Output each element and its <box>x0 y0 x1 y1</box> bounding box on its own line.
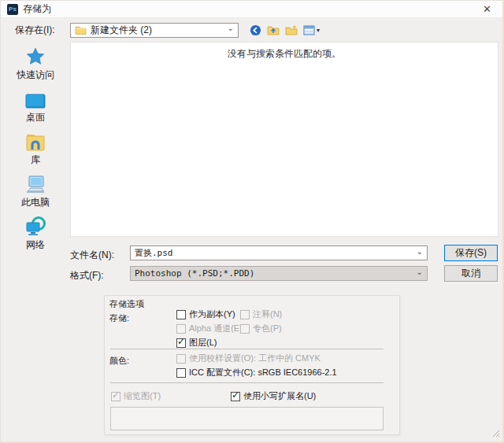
sidebar-item-this-pc[interactable]: 此电脑 <box>4 174 67 209</box>
checkbox-icc-profile[interactable]: ICC 配置文件(C): sRGB IEC61966-2.1 <box>176 367 337 378</box>
checkbox-lowercase-extension[interactable]: ✓ 使用小写扩展名(U) <box>231 390 316 402</box>
checkbox-box <box>176 324 186 334</box>
checkbox-box <box>176 368 186 378</box>
new-folder-icon[interactable] <box>285 24 298 35</box>
checkbox-box <box>240 310 250 319</box>
library-icon <box>25 131 46 152</box>
back-icon[interactable] <box>250 24 261 36</box>
checkbox-label: 使用校样设置(O): 工作中的 CMYK <box>189 353 321 364</box>
empty-search-message: 没有与搜索条件匹配的项。 <box>71 42 498 61</box>
cancel-button[interactable]: 取消 <box>444 265 498 282</box>
checkbox-label: 注释(N) <box>253 308 282 320</box>
address-row: 保存在(I): 新建文件夹 (2) ⌄ ▾ <box>1 21 502 39</box>
sidebar-item-desktop[interactable]: 桌面 <box>4 89 67 124</box>
places-sidebar: 快速访问 桌面 库 此电脑 网络 <box>1 42 70 238</box>
filename-label: 文件名(N): <box>70 249 114 262</box>
sidebar-item-label: 此电脑 <box>21 196 50 209</box>
save-in-label: 保存在(I): <box>15 24 70 37</box>
checkbox-box: ✓ <box>176 338 186 348</box>
checkbox-label: ICC 配置文件(C): sRGB IEC61966-2.1 <box>189 367 337 378</box>
resize-grip[interactable] <box>492 429 500 440</box>
checkbox-thumbnail: ✓ 缩览图(T) <box>111 390 161 402</box>
save-options-panel: 存储选项 存储: 作为副本(Y) 注释(N) Alpha 通道(E) 专色(P)… <box>104 295 400 435</box>
chevron-down-icon: ⌄ <box>228 24 234 32</box>
window-title: 存储为 <box>23 2 51 16</box>
sidebar-item-label: 快速访问 <box>17 68 54 82</box>
chevron-down-icon: ⌄ <box>417 248 423 256</box>
checkbox-box <box>176 310 186 319</box>
checkbox-label: 专色(P) <box>253 323 282 334</box>
titlebar: Ps 存储为 ✕ <box>1 1 502 18</box>
checkbox-label: 作为副本(Y) <box>189 308 235 320</box>
checkbox-alpha-channels: Alpha 通道(E) <box>176 323 243 334</box>
save-button[interactable]: 保存(S) <box>444 245 498 261</box>
view-menu-icon[interactable]: ▾ <box>303 25 320 35</box>
save-group-label: 存储: <box>109 312 129 324</box>
up-one-level-icon[interactable] <box>267 24 280 35</box>
chevron-down-icon: ⌄ <box>417 268 423 276</box>
sidebar-item-libraries[interactable]: 库 <box>4 131 67 167</box>
network-icon <box>24 216 46 237</box>
desktop-icon <box>25 89 46 109</box>
save-as-dialog: Ps 存储为 ✕ 保存在(I): 新建文件夹 (2) ⌄ ▾ <box>0 0 504 443</box>
close-icon[interactable]: ✕ <box>478 2 496 17</box>
check-icon: ✓ <box>112 390 120 400</box>
save-in-combobox[interactable]: 新建文件夹 (2) ⌄ <box>70 23 239 38</box>
photoshop-app-icon: Ps <box>7 4 18 15</box>
format-label: 格式(F): <box>70 269 104 282</box>
save-options-title: 存储选项 <box>109 298 144 310</box>
sidebar-item-network[interactable]: 网络 <box>4 216 67 252</box>
checkbox-layers[interactable]: ✓ 图层(L) <box>176 337 217 349</box>
checkbox-as-copy[interactable]: 作为副本(Y) <box>176 308 235 320</box>
save-in-value: 新建文件夹 (2) <box>91 24 224 37</box>
check-icon: ✓ <box>177 337 185 346</box>
sidebar-item-label: 桌面 <box>26 111 45 124</box>
checkbox-use-proof-setup: 使用校样设置(O): 工作中的 CMYK <box>176 353 321 364</box>
checkbox-box: ✓ <box>231 392 240 401</box>
filename-value: 置换.psd <box>135 247 413 259</box>
computer-icon <box>24 174 46 194</box>
color-group-label: 颜色: <box>109 355 129 367</box>
sidebar-item-label: 网络 <box>26 238 45 252</box>
caret-down-icon: ▾ <box>317 27 320 34</box>
sidebar-item-label: 库 <box>31 153 40 167</box>
format-select[interactable]: Photoshop (*.PSD;*.PDD) ⌄ <box>130 266 428 281</box>
folder-icon <box>75 25 87 35</box>
filename-input[interactable]: 置换.psd ⌄ <box>130 245 428 260</box>
checkbox-label: Alpha 通道(E) <box>189 323 243 334</box>
checkbox-box: ✓ <box>111 392 120 401</box>
folder-toolbar: ▾ <box>250 24 320 36</box>
divider <box>110 382 384 383</box>
file-list[interactable]: 没有与搜索条件匹配的项。 <box>70 42 498 237</box>
sidebar-item-quick-access[interactable]: 快速访问 <box>4 46 67 82</box>
divider <box>110 349 384 349</box>
checkbox-box <box>240 324 250 334</box>
checkbox-label: 缩览图(T) <box>124 390 161 402</box>
format-value: Photoshop (*.PSD;*.PDD) <box>135 268 413 279</box>
check-icon: ✓ <box>232 390 239 400</box>
checkbox-spot-colors: 专色(P) <box>240 323 282 334</box>
checkbox-label: 使用小写扩展名(U) <box>243 390 316 402</box>
star-icon <box>25 46 46 67</box>
warning-message-box <box>110 407 384 430</box>
checkbox-box <box>176 354 186 364</box>
checkbox-label: 图层(L) <box>189 337 217 349</box>
checkbox-annotations: 注释(N) <box>240 308 282 320</box>
